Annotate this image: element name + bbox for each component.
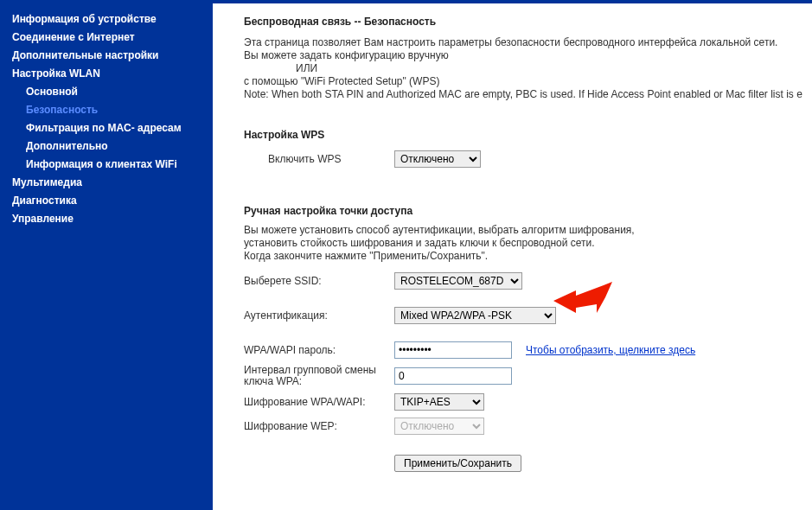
sidebar-subitem-basic[interactable]: Основной	[0, 83, 213, 101]
manual-text2: установить стойкость шифрования и задать…	[244, 237, 812, 250]
sidebar-item-internet[interactable]: Соединение с Интернет	[0, 29, 213, 47]
desc-or: ИЛИ	[244, 62, 812, 75]
wps-enable-label: Включить WPS	[244, 153, 394, 165]
enc-wpa-label: Шифрование WPA/WAPI:	[244, 396, 394, 408]
manual-text1: Вы можете установить способ аутентификац…	[244, 224, 812, 237]
sidebar: Информация об устройстве Соединение с Ин…	[0, 3, 213, 510]
page-title: Беспроводная связь -- Безопасность	[244, 16, 812, 28]
sidebar-item-wlan[interactable]: Настройка WLAN	[0, 65, 213, 83]
ssid-select[interactable]: ROSTELECOM_687D	[394, 272, 522, 290]
enc-wep-select: Отключено	[394, 418, 484, 435]
enc-wpa-select[interactable]: TKIP+AES	[394, 393, 484, 411]
sidebar-item-multimedia[interactable]: Мультимедиа	[0, 174, 213, 192]
sidebar-item-advanced[interactable]: Дополнительные настройки	[0, 47, 213, 65]
interval-label: Интервал групповой смены ключа WPA:	[244, 365, 394, 387]
desc-line2: Вы можете задать конфигурацию вручную	[244, 49, 812, 62]
manual-title: Ручная настройка точки доступа	[244, 205, 812, 217]
auth-label: Аутентификация:	[244, 309, 394, 322]
desc-note: Note: When both STA PIN and Authorized M…	[244, 88, 812, 101]
apply-save-button[interactable]: Применить/Сохранить	[394, 455, 521, 472]
interval-input[interactable]	[394, 367, 512, 385]
sidebar-subitem-mac-filter[interactable]: Фильтрация по MAC- адресам	[0, 119, 213, 137]
password-label: WPA/WAPI пароль:	[244, 344, 394, 356]
main-content: Беспроводная связь -- Безопасность Эта с…	[213, 3, 812, 510]
sidebar-item-management[interactable]: Управление	[0, 210, 213, 228]
wps-enable-select[interactable]: Отключено	[394, 150, 481, 168]
sidebar-subitem-security[interactable]: Безопасность	[0, 101, 213, 119]
manual-text3: Когда закончите нажмите "Применить/Сохра…	[244, 250, 812, 263]
password-input[interactable]	[394, 341, 512, 359]
desc-line1: Эта страница позволяет Вам настроить пар…	[244, 36, 812, 49]
manual-description: Вы можете установить способ аутентификац…	[244, 224, 812, 263]
desc-line3: с помощью "WiFi Protected Setup" (WPS)	[244, 75, 812, 88]
show-password-link[interactable]: Чтобы отобразить, щелкните здесь	[526, 344, 695, 356]
sidebar-item-device-info[interactable]: Информация об устройстве	[0, 10, 213, 29]
enc-wep-label: Шифрование WEP:	[244, 420, 394, 432]
sidebar-subitem-additional[interactable]: Дополнительно	[0, 137, 213, 156]
sidebar-subitem-wifi-clients[interactable]: Информация о клиентах WiFi	[0, 156, 213, 174]
page-description: Эта страница позволяет Вам настроить пар…	[244, 36, 812, 101]
ssid-label: Выберете SSID:	[244, 275, 394, 287]
sidebar-item-diagnostic[interactable]: Диагностика	[0, 192, 213, 210]
wps-title: Настройка WPS	[244, 129, 812, 141]
auth-select[interactable]: Mixed WPA2/WPA -PSK	[394, 307, 556, 324]
